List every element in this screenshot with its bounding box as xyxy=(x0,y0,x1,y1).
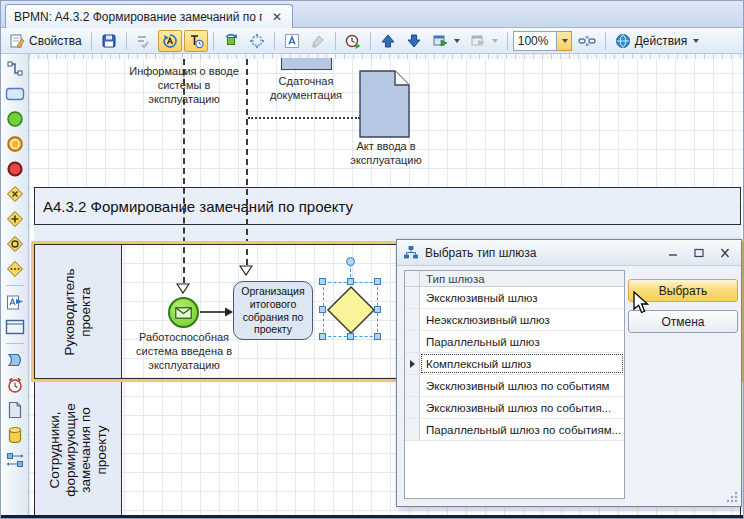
format-brush-button[interactable] xyxy=(306,30,330,52)
palette-end-event-tool[interactable] xyxy=(4,158,26,180)
zoom-dropdown-button[interactable] xyxy=(557,31,572,51)
resize-handle-nw[interactable] xyxy=(319,278,326,285)
palette-connector-tool[interactable] xyxy=(4,58,26,80)
dropdown-caret-icon[interactable] xyxy=(454,39,460,43)
tab-bar: BPMN: A4.3.2 Формирование замечаний по п… xyxy=(1,1,744,28)
data-object-delivery-docs[interactable] xyxy=(281,58,332,70)
list-header-row[interactable]: Тип шлюза xyxy=(405,271,624,287)
properties-button[interactable]: Свойства xyxy=(5,30,86,52)
export-button[interactable] xyxy=(466,30,502,52)
lane-project-manager-header[interactable]: Руководитель проекта xyxy=(35,245,122,378)
time-label-toggle[interactable] xyxy=(184,30,208,52)
open-arrowhead-down-icon xyxy=(176,283,190,294)
spellcheck-button[interactable] xyxy=(132,30,156,52)
dropdown-caret-icon[interactable] xyxy=(492,39,498,43)
zoom-value[interactable]: 100% xyxy=(513,31,557,51)
task-icon xyxy=(5,86,25,102)
resize-handle-s[interactable] xyxy=(347,333,354,340)
cancel-button[interactable]: Отмена xyxy=(628,310,738,333)
list-row[interactable]: Параллельный шлюз xyxy=(405,331,624,353)
resize-grip[interactable] xyxy=(726,491,738,503)
palette-complex-gateway-tool[interactable] xyxy=(4,258,26,280)
annotation-icon xyxy=(6,293,24,311)
list-row-selected[interactable]: Комплексный шлюз xyxy=(405,353,624,375)
palette-exclusive-gateway-tool[interactable] xyxy=(4,183,26,205)
list-row[interactable]: Эксклюзивный шлюз по событиям xyxy=(405,375,624,397)
association-dotted-line[interactable] xyxy=(248,117,360,119)
dialog-titlebar[interactable]: Выбрать тип шлюза xyxy=(397,240,741,266)
rotate-text-icon xyxy=(162,33,178,49)
select-button[interactable]: Выбрать xyxy=(628,279,738,302)
row-selector-header xyxy=(405,271,420,286)
resize-handle-e[interactable] xyxy=(374,306,381,313)
selection-rectangle xyxy=(323,282,378,337)
zoom-combobox[interactable]: 100% xyxy=(513,31,572,51)
fit-diagram-button[interactable] xyxy=(245,30,269,52)
gateway-type-dialog: Выбрать тип шлюза Тип шлюза Эксклюзивный… xyxy=(396,239,742,507)
spellcheck-icon xyxy=(136,33,152,49)
save-button[interactable] xyxy=(97,30,121,52)
palette-intermediate-event-tool[interactable] xyxy=(4,133,26,155)
gateway-type-list: Тип шлюза Эксклюзивный шлюз Неэксклюзивн… xyxy=(404,270,625,499)
palette-link-objects-tool[interactable] xyxy=(4,449,26,471)
data-object-delivery-label: Сдаточная документация xyxy=(247,75,365,103)
close-button[interactable] xyxy=(715,245,735,260)
process-title: A4.3.2 Формирование замечаний по проекту xyxy=(43,198,353,215)
list-row[interactable]: Неэксклюзивный шлюз xyxy=(405,309,624,331)
lane-employees-header[interactable]: Сотрудники, формирующие замечания по про… xyxy=(35,380,122,519)
actions-menu-button[interactable]: Действия xyxy=(611,30,704,52)
palette-annotation-tool[interactable] xyxy=(4,291,26,313)
rotate-text-toggle[interactable] xyxy=(158,30,182,52)
task-label: Организация итогового собрания по проект… xyxy=(236,285,310,335)
format-brush-icon xyxy=(310,33,326,49)
open-subprocess-button[interactable] xyxy=(428,30,464,52)
process-title-band[interactable]: A4.3.2 Формирование замечаний по проекту xyxy=(34,187,741,225)
maximize-button[interactable] xyxy=(689,245,709,260)
toolbar-separator xyxy=(274,32,275,50)
move-down-button[interactable] xyxy=(402,30,426,52)
shape-palette xyxy=(1,54,29,519)
palette-timer-tool[interactable] xyxy=(4,374,26,396)
resize-handle-ne[interactable] xyxy=(374,278,381,285)
list-row[interactable]: Эксклюзивный шлюз xyxy=(405,287,624,309)
palette-inclusive-gateway-tool[interactable] xyxy=(4,233,26,255)
resize-handle-se[interactable] xyxy=(374,333,381,340)
data-object-act[interactable] xyxy=(359,70,410,138)
minimize-button[interactable] xyxy=(663,245,683,260)
resize-handle-sw[interactable] xyxy=(319,333,326,340)
resize-handle-w[interactable] xyxy=(319,306,326,313)
palette-frame-tool[interactable] xyxy=(4,316,26,338)
palette-message-tool[interactable] xyxy=(4,349,26,371)
list-row[interactable]: Эксклюзивный шлюз по события... xyxy=(405,397,624,419)
row-selector xyxy=(405,353,420,374)
start-event-icon xyxy=(6,110,24,128)
palette-start-event-tool[interactable] xyxy=(4,108,26,130)
palette-data-store-tool[interactable] xyxy=(4,424,26,446)
palette-separator xyxy=(6,285,24,286)
list-row[interactable]: Параллельный шлюз по событиям... xyxy=(405,419,624,441)
start-event-message[interactable] xyxy=(168,297,199,328)
move-up-button[interactable] xyxy=(376,30,400,52)
text-format-button[interactable] xyxy=(280,30,304,52)
broken-link-icon xyxy=(578,33,596,49)
arrow-down-icon xyxy=(406,33,422,49)
task-organize-meeting[interactable]: Организация итогового собрания по проект… xyxy=(233,281,313,340)
palette-task-tool[interactable] xyxy=(4,83,26,105)
sequence-flow-arrow[interactable] xyxy=(200,306,234,318)
palette-parallel-gateway-tool[interactable] xyxy=(4,208,26,230)
rotation-handle[interactable] xyxy=(346,257,355,266)
end-event-icon xyxy=(6,160,24,178)
exclusive-gateway-icon xyxy=(6,185,24,203)
fit-diagram-icon xyxy=(249,33,265,49)
resize-handle-n[interactable] xyxy=(347,278,354,285)
dialog-title: Выбрать тип шлюза xyxy=(425,246,657,260)
palette-data-object-tool[interactable] xyxy=(4,399,26,421)
simulation-button[interactable] xyxy=(341,30,365,52)
tab-close-icon[interactable]: ✕ xyxy=(270,10,284,24)
toolbar-separator xyxy=(507,32,508,50)
refresh-shape-button[interactable] xyxy=(219,30,243,52)
lane-project-manager-label: Руководитель проекта xyxy=(62,251,93,373)
row-label: Эксклюзивный шлюз по события... xyxy=(420,397,624,418)
break-link-button[interactable] xyxy=(574,30,600,52)
tab-bpmn-diagram[interactable]: BPMN: A4.3.2 Формирование замечаний по п… xyxy=(5,4,293,28)
